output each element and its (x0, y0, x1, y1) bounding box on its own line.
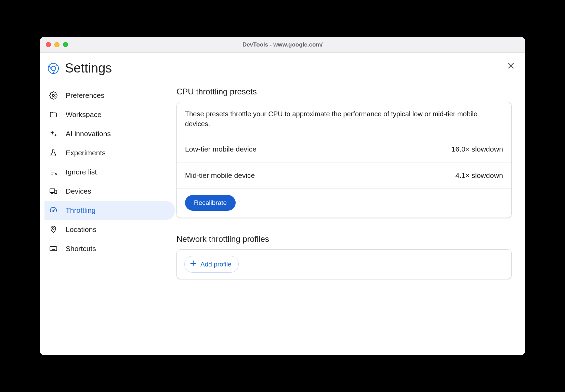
svg-point-2 (52, 94, 54, 96)
window-close-button[interactable] (46, 42, 51, 47)
gear-icon (49, 91, 57, 100)
speedometer-icon (49, 206, 57, 214)
sidebar-item-label: Locations (66, 225, 96, 234)
add-profile-label: Add profile (200, 261, 232, 268)
location-pin-icon (49, 225, 57, 234)
sidebar-item-label: Devices (66, 187, 91, 195)
preset-value: 16.0× slowdown (451, 145, 503, 153)
network-throttling-card: Add profile (176, 249, 512, 279)
sidebar-item-throttling[interactable]: Throttling (44, 201, 175, 220)
plus-icon (189, 260, 197, 269)
sidebar-item-devices[interactable]: Devices (44, 182, 175, 201)
sidebar-item-ignore-list[interactable]: Ignore list (44, 162, 175, 182)
svg-rect-4 (55, 190, 57, 194)
content-area: Settings Preferences Workspace (40, 53, 525, 355)
page-title: Settings (65, 61, 112, 76)
close-settings-button[interactable] (507, 62, 515, 71)
sidebar-nav: Preferences Workspace AI innovations (40, 86, 176, 258)
preset-name: Mid-tier mobile device (185, 171, 255, 180)
sidebar-item-locations[interactable]: Locations (44, 220, 175, 239)
sidebar-item-label: Preferences (66, 91, 104, 100)
sidebar-item-label: AI innovations (66, 130, 111, 138)
sparkle-icon (49, 130, 57, 138)
svg-point-0 (48, 63, 58, 74)
traffic-lights (40, 42, 68, 47)
sidebar-item-label: Experiments (66, 149, 106, 157)
sidebar: Settings Preferences Workspace (40, 53, 176, 355)
card-actions: Recalibrate (177, 189, 511, 218)
main-panel: CPU throttling presets These presets thr… (176, 53, 525, 355)
sidebar-item-label: Shortcuts (66, 245, 96, 253)
sidebar-item-shortcuts[interactable]: Shortcuts (44, 239, 175, 258)
preset-row-low-tier: Low-tier mobile device 16.0× slowdown (177, 136, 511, 162)
recalibrate-button[interactable]: Recalibrate (185, 195, 236, 211)
sidebar-item-label: Throttling (66, 206, 96, 214)
keyboard-icon (49, 245, 57, 253)
cpu-throttling-card: These presets throttle your CPU to appro… (176, 102, 512, 218)
svg-rect-7 (50, 247, 57, 251)
preset-value: 4.1× slowdown (455, 171, 503, 180)
titlebar: DevTools - www.google.com/ (40, 37, 525, 53)
preset-row-mid-tier: Mid-tier mobile device 4.1× slowdown (177, 162, 511, 189)
filter-x-icon (49, 168, 57, 176)
cpu-throttling-title: CPU throttling presets (176, 87, 512, 96)
window-title: DevTools - www.google.com/ (40, 41, 525, 48)
cpu-throttling-description: These presets throttle your CPU to appro… (177, 102, 511, 136)
folder-icon (49, 110, 57, 119)
window-minimize-button[interactable] (54, 42, 60, 47)
svg-rect-3 (50, 189, 55, 193)
flask-icon (49, 149, 57, 157)
sidebar-item-workspace[interactable]: Workspace (44, 105, 175, 124)
devices-icon (49, 187, 57, 195)
chrome-icon (48, 63, 59, 74)
sidebar-item-preferences[interactable]: Preferences (44, 86, 175, 105)
window-zoom-button[interactable] (63, 42, 68, 47)
close-icon (507, 65, 515, 71)
sidebar-item-experiments[interactable]: Experiments (44, 143, 175, 162)
sidebar-item-label: Workspace (66, 110, 102, 119)
sidebar-item-ai-innovations[interactable]: AI innovations (44, 124, 175, 143)
network-throttling-title: Network throttling profiles (176, 234, 512, 244)
svg-point-6 (53, 228, 54, 230)
sidebar-item-label: Ignore list (66, 168, 97, 176)
app-window: DevTools - www.google.com/ Settin (40, 37, 525, 355)
add-profile-button[interactable]: Add profile (184, 256, 239, 273)
preset-name: Low-tier mobile device (185, 145, 257, 153)
settings-header: Settings (40, 61, 176, 76)
